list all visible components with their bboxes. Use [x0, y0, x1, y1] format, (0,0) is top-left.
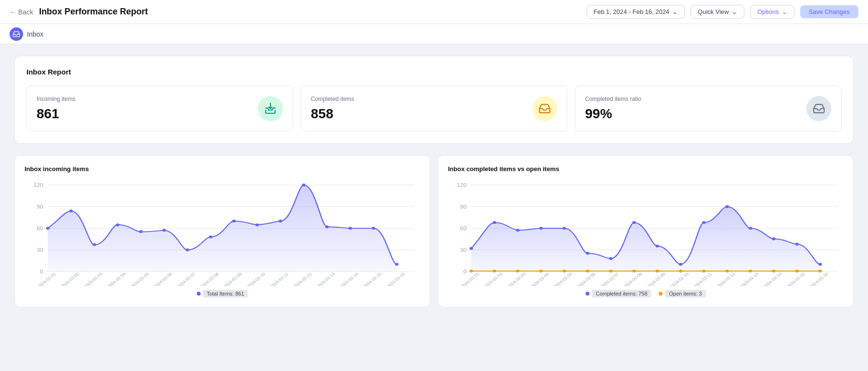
svg-text:2024-02-14: 2024-02-14	[762, 272, 783, 286]
svg-text:2024-02-11: 2024-02-11	[269, 272, 290, 286]
chart1-point	[372, 227, 375, 230]
chart2-open-point	[632, 270, 636, 272]
date-range-button[interactable]: Feb 1, 2024 - Feb 16, 2024 ⌄	[587, 5, 685, 19]
svg-text:2024-02-09: 2024-02-09	[646, 272, 667, 286]
chart-completed-title: Inbox completed items vs open items	[448, 165, 843, 173]
chart2-point	[679, 263, 682, 266]
svg-text:0: 0	[463, 269, 467, 274]
inbox-avatar	[10, 27, 23, 41]
chart2-point	[586, 252, 589, 255]
chart1-point	[395, 263, 398, 266]
legend-open-dot	[659, 292, 663, 296]
chart-incoming-title: Inbox incoming items	[25, 165, 420, 173]
date-chevron-icon: ⌄	[672, 8, 677, 15]
svg-text:60: 60	[460, 226, 466, 231]
legend-completed-label: Completed items: 758	[592, 290, 651, 297]
svg-text:2024-02-16: 2024-02-16	[385, 272, 406, 286]
chart1-point	[232, 220, 236, 223]
chart2-open-point	[772, 270, 775, 272]
quick-view-chevron-icon: ⌄	[732, 8, 737, 15]
svg-text:2024-02-10: 2024-02-10	[246, 272, 267, 286]
sub-header: Inbox	[0, 24, 868, 44]
svg-text:120: 120	[34, 183, 43, 188]
legend-completed-dot	[586, 292, 589, 296]
chart1-point	[279, 220, 282, 223]
svg-text:2024-02-14: 2024-02-14	[339, 272, 359, 286]
svg-text:2024-02-04: 2024-02-04	[530, 272, 550, 286]
svg-text:2024-02-07: 2024-02-07	[600, 272, 620, 286]
legend-blue-dot	[197, 292, 201, 296]
chart1-point	[186, 248, 189, 251]
stat-card-incoming: Incoming items 861	[26, 86, 293, 132]
inbox-nav-label: Inbox	[27, 30, 43, 38]
back-arrow-icon: ←	[10, 8, 16, 16]
svg-text:2024-02-06: 2024-02-06	[576, 272, 597, 286]
chart2-point	[702, 221, 705, 224]
chart2-point	[749, 227, 752, 230]
chart1-point	[162, 229, 166, 232]
chart2-point	[818, 263, 822, 266]
completed-label: Completed items	[311, 96, 354, 102]
stat-info-ratio: Completed items ratio 99%	[585, 96, 641, 122]
chart1-point	[325, 225, 329, 228]
inbox-ratio-icon	[813, 102, 825, 115]
chart2-open-point	[679, 270, 682, 272]
chart2-point	[609, 257, 613, 260]
stat-info-incoming: Incoming items 861	[37, 96, 76, 122]
svg-text:60: 60	[37, 226, 43, 231]
svg-text:2024-02-08: 2024-02-08	[199, 272, 220, 286]
inbox-report-card: Inbox Report Incoming items 861	[14, 56, 854, 144]
svg-text:2024-02-05: 2024-02-05	[553, 272, 574, 286]
options-label: Options	[757, 8, 779, 15]
chart-completed-area: 120 90 60 30 0	[448, 180, 843, 286]
chart1-point	[255, 223, 259, 226]
stat-card-ratio: Completed items ratio 99%	[575, 86, 842, 132]
chart1-point	[139, 230, 142, 233]
ratio-icon-circle	[806, 96, 831, 121]
chart1-point	[69, 210, 73, 212]
svg-text:0: 0	[40, 269, 43, 274]
ratio-label: Completed items ratio	[585, 96, 641, 102]
inbox-download-icon	[264, 102, 277, 115]
chart2-open-point	[702, 270, 705, 272]
chart1-point	[209, 235, 212, 238]
svg-text:2024-02-02: 2024-02-02	[483, 272, 504, 286]
save-changes-button[interactable]: Save Changes	[800, 5, 858, 18]
completed-value: 858	[311, 106, 354, 122]
legend-total-items: Total Items: 861	[197, 290, 248, 297]
ratio-value: 99%	[585, 106, 641, 122]
stats-row: Incoming items 861 Completed items 858	[26, 86, 842, 132]
chart2-open-point	[818, 270, 822, 272]
date-range-label: Feb 1, 2024 - Feb 16, 2024	[594, 8, 670, 15]
svg-text:2024-02-07: 2024-02-07	[176, 272, 197, 286]
chart2-open-point	[493, 270, 496, 272]
back-button[interactable]: ← Back	[10, 8, 33, 16]
incoming-value: 861	[37, 106, 76, 122]
svg-text:2024-02-08: 2024-02-08	[623, 272, 643, 286]
svg-text:2024-02-15: 2024-02-15	[786, 272, 806, 286]
svg-text:2024-02-16: 2024-02-16	[809, 272, 830, 286]
chart2-open-point	[470, 270, 473, 272]
svg-text:90: 90	[460, 204, 466, 210]
page-title: Inbox Performance Report	[39, 7, 148, 17]
svg-text:2024-02-05: 2024-02-05	[129, 272, 150, 286]
legend-completed-items: Completed items: 758	[586, 290, 651, 297]
svg-text:30: 30	[37, 247, 43, 253]
back-label: Back	[18, 8, 33, 16]
legend-open-items: Open items: 3	[659, 290, 705, 297]
main-content: Inbox Report Incoming items 861	[0, 44, 868, 319]
svg-text:2024-02-03: 2024-02-03	[83, 272, 103, 286]
options-button[interactable]: Options ⌄	[750, 5, 794, 19]
chart-completed-legend: Completed items: 758 Open items: 3	[448, 290, 843, 297]
chart2-point	[632, 221, 636, 224]
quick-view-button[interactable]: Quick View ⌄	[690, 5, 744, 19]
chart2-open-point	[516, 270, 519, 272]
chart2-open-point	[586, 270, 589, 272]
chart2-point	[772, 237, 775, 240]
chart2-point	[470, 247, 473, 250]
chart1-point	[348, 227, 352, 230]
chart2-point	[539, 227, 543, 230]
svg-text:2024-02-10: 2024-02-10	[669, 272, 690, 286]
chart2-point	[656, 245, 659, 247]
chart-completed-svg: 120 90 60 30 0	[448, 180, 843, 286]
